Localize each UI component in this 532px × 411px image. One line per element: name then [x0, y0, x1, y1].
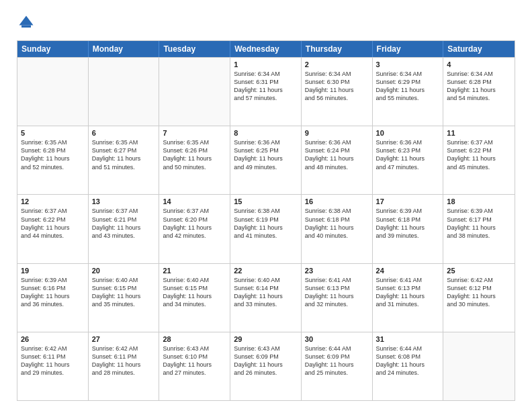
- header-monday: Monday: [89, 41, 160, 57]
- cal-cell: 9Sunrise: 6:36 AM Sunset: 6:24 PM Daylig…: [302, 126, 373, 194]
- cell-info: Sunrise: 6:40 AM Sunset: 6:15 PM Dayligh…: [163, 276, 226, 309]
- cell-info: Sunrise: 6:35 AM Sunset: 6:28 PM Dayligh…: [21, 138, 85, 171]
- calendar: SundayMondayTuesdayWednesdayThursdayFrid…: [17, 40, 515, 401]
- day-number: 28: [163, 335, 226, 343]
- day-number: 26: [21, 335, 85, 343]
- day-number: 2: [305, 60, 369, 68]
- day-number: 13: [92, 197, 156, 205]
- cell-info: Sunrise: 6:42 AM Sunset: 6:12 PM Dayligh…: [447, 276, 511, 309]
- day-number: 21: [163, 267, 226, 275]
- cell-info: Sunrise: 6:37 AM Sunset: 6:21 PM Dayligh…: [92, 207, 156, 240]
- day-number: 11: [447, 129, 511, 137]
- cell-info: Sunrise: 6:35 AM Sunset: 6:26 PM Dayligh…: [163, 138, 226, 171]
- cell-info: Sunrise: 6:34 AM Sunset: 6:30 PM Dayligh…: [305, 70, 369, 103]
- header-tuesday: Tuesday: [159, 41, 230, 57]
- cell-info: Sunrise: 6:41 AM Sunset: 6:13 PM Dayligh…: [376, 276, 440, 309]
- day-number: 19: [21, 267, 85, 275]
- week-row-1: 5Sunrise: 6:35 AM Sunset: 6:28 PM Daylig…: [17, 126, 515, 194]
- cal-cell: 5Sunrise: 6:35 AM Sunset: 6:28 PM Daylig…: [17, 126, 89, 194]
- cal-cell: [443, 332, 515, 400]
- svg-rect-1: [21, 26, 31, 28]
- cal-cell: 23Sunrise: 6:41 AM Sunset: 6:13 PM Dayli…: [302, 264, 373, 332]
- day-number: 18: [447, 197, 511, 205]
- cell-info: Sunrise: 6:43 AM Sunset: 6:09 PM Dayligh…: [234, 345, 298, 377]
- cal-cell: 6Sunrise: 6:35 AM Sunset: 6:27 PM Daylig…: [89, 126, 160, 194]
- day-number: 23: [305, 267, 369, 275]
- cal-cell: [159, 58, 230, 126]
- day-number: 10: [376, 129, 440, 137]
- cal-cell: 7Sunrise: 6:35 AM Sunset: 6:26 PM Daylig…: [159, 126, 230, 194]
- cal-cell: 22Sunrise: 6:40 AM Sunset: 6:14 PM Dayli…: [230, 264, 302, 332]
- cell-info: Sunrise: 6:36 AM Sunset: 6:23 PM Dayligh…: [376, 138, 440, 171]
- day-number: 30: [305, 335, 369, 343]
- day-number: 17: [376, 197, 440, 205]
- cell-info: Sunrise: 6:39 AM Sunset: 6:18 PM Dayligh…: [376, 207, 440, 240]
- cell-info: Sunrise: 6:38 AM Sunset: 6:18 PM Dayligh…: [305, 207, 369, 240]
- day-number: 16: [305, 197, 369, 205]
- cal-cell: 12Sunrise: 6:37 AM Sunset: 6:22 PM Dayli…: [17, 195, 89, 263]
- cal-cell: 30Sunrise: 6:44 AM Sunset: 6:09 PM Dayli…: [302, 332, 373, 400]
- cal-cell: 28Sunrise: 6:43 AM Sunset: 6:10 PM Dayli…: [159, 332, 230, 400]
- calendar-header: SundayMondayTuesdayWednesdayThursdayFrid…: [17, 41, 515, 57]
- logo-icon: [17, 13, 36, 32]
- week-row-2: 12Sunrise: 6:37 AM Sunset: 6:22 PM Dayli…: [17, 194, 515, 263]
- day-number: 5: [21, 129, 85, 137]
- header: [17, 13, 515, 32]
- cell-info: Sunrise: 6:34 AM Sunset: 6:31 PM Dayligh…: [234, 70, 298, 103]
- day-number: 24: [376, 267, 440, 275]
- page: SundayMondayTuesdayWednesdayThursdayFrid…: [0, 0, 532, 411]
- day-number: 8: [234, 129, 298, 137]
- cell-info: Sunrise: 6:40 AM Sunset: 6:15 PM Dayligh…: [92, 276, 156, 309]
- day-number: 31: [376, 335, 440, 343]
- cell-info: Sunrise: 6:42 AM Sunset: 6:11 PM Dayligh…: [92, 345, 156, 377]
- day-number: 4: [447, 60, 511, 68]
- cell-info: Sunrise: 6:43 AM Sunset: 6:10 PM Dayligh…: [163, 345, 226, 377]
- cal-cell: 1Sunrise: 6:34 AM Sunset: 6:31 PM Daylig…: [230, 58, 302, 126]
- cell-info: Sunrise: 6:37 AM Sunset: 6:20 PM Dayligh…: [163, 207, 226, 240]
- cell-info: Sunrise: 6:40 AM Sunset: 6:14 PM Dayligh…: [234, 276, 298, 309]
- header-sunday: Sunday: [17, 41, 89, 57]
- cal-cell: 27Sunrise: 6:42 AM Sunset: 6:11 PM Dayli…: [89, 332, 160, 400]
- day-number: 9: [305, 129, 369, 137]
- svg-marker-0: [19, 16, 34, 26]
- day-number: 25: [447, 267, 511, 275]
- cell-info: Sunrise: 6:35 AM Sunset: 6:27 PM Dayligh…: [92, 138, 156, 171]
- header-saturday: Saturday: [443, 41, 515, 57]
- cal-cell: [17, 58, 89, 126]
- cell-info: Sunrise: 6:39 AM Sunset: 6:17 PM Dayligh…: [447, 207, 511, 240]
- cal-cell: 24Sunrise: 6:41 AM Sunset: 6:13 PM Dayli…: [373, 264, 444, 332]
- logo: [17, 13, 38, 32]
- day-number: 29: [234, 335, 298, 343]
- cal-cell: 14Sunrise: 6:37 AM Sunset: 6:20 PM Dayli…: [159, 195, 230, 263]
- cell-info: Sunrise: 6:34 AM Sunset: 6:29 PM Dayligh…: [376, 70, 440, 103]
- cal-cell: 18Sunrise: 6:39 AM Sunset: 6:17 PM Dayli…: [443, 195, 515, 263]
- calendar-body: 1Sunrise: 6:34 AM Sunset: 6:31 PM Daylig…: [17, 57, 515, 400]
- week-row-4: 26Sunrise: 6:42 AM Sunset: 6:11 PM Dayli…: [17, 332, 515, 400]
- cell-info: Sunrise: 6:34 AM Sunset: 6:28 PM Dayligh…: [447, 70, 511, 103]
- cal-cell: 20Sunrise: 6:40 AM Sunset: 6:15 PM Dayli…: [89, 264, 160, 332]
- header-thursday: Thursday: [302, 41, 373, 57]
- day-number: 20: [92, 267, 156, 275]
- day-number: 15: [234, 197, 298, 205]
- week-row-3: 19Sunrise: 6:39 AM Sunset: 6:16 PM Dayli…: [17, 263, 515, 332]
- cal-cell: 3Sunrise: 6:34 AM Sunset: 6:29 PM Daylig…: [373, 58, 444, 126]
- cal-cell: 4Sunrise: 6:34 AM Sunset: 6:28 PM Daylig…: [443, 58, 515, 126]
- cell-info: Sunrise: 6:37 AM Sunset: 6:22 PM Dayligh…: [21, 207, 85, 240]
- cell-info: Sunrise: 6:36 AM Sunset: 6:25 PM Dayligh…: [234, 138, 298, 171]
- day-number: 7: [163, 129, 226, 137]
- header-wednesday: Wednesday: [230, 41, 302, 57]
- cal-cell: 21Sunrise: 6:40 AM Sunset: 6:15 PM Dayli…: [159, 264, 230, 332]
- cell-info: Sunrise: 6:44 AM Sunset: 6:09 PM Dayligh…: [305, 345, 369, 377]
- cal-cell: 31Sunrise: 6:44 AM Sunset: 6:08 PM Dayli…: [373, 332, 444, 400]
- week-row-0: 1Sunrise: 6:34 AM Sunset: 6:31 PM Daylig…: [17, 57, 515, 126]
- cal-cell: 2Sunrise: 6:34 AM Sunset: 6:30 PM Daylig…: [302, 58, 373, 126]
- cal-cell: [89, 58, 160, 126]
- cell-info: Sunrise: 6:36 AM Sunset: 6:24 PM Dayligh…: [305, 138, 369, 171]
- header-friday: Friday: [373, 41, 444, 57]
- day-number: 3: [376, 60, 440, 68]
- cal-cell: 17Sunrise: 6:39 AM Sunset: 6:18 PM Dayli…: [373, 195, 444, 263]
- cell-info: Sunrise: 6:42 AM Sunset: 6:11 PM Dayligh…: [21, 345, 85, 377]
- cal-cell: 26Sunrise: 6:42 AM Sunset: 6:11 PM Dayli…: [17, 332, 89, 400]
- day-number: 1: [234, 60, 298, 68]
- cal-cell: 25Sunrise: 6:42 AM Sunset: 6:12 PM Dayli…: [443, 264, 515, 332]
